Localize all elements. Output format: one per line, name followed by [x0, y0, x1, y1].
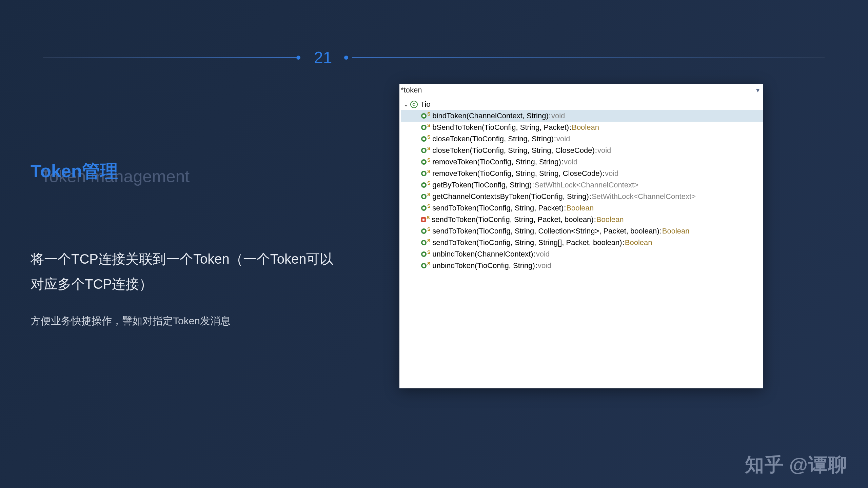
method-return-type: void — [597, 146, 611, 155]
method-signature: unbindToken(ChannelContext) — [432, 250, 533, 259]
return-separator: : — [569, 123, 571, 132]
public-method-icon — [421, 263, 427, 268]
method-return-type: void — [556, 135, 570, 143]
rule-dot-icon — [344, 56, 348, 60]
method-signature: closeToken(TioConfig, String, String) — [432, 135, 553, 143]
return-separator: : — [554, 135, 556, 143]
method-signature: sendToToken(TioConfig, String, Collectio… — [432, 227, 659, 236]
static-marker-icon: S — [427, 123, 430, 128]
static-marker-icon: S — [427, 134, 430, 140]
static-marker-icon: S — [427, 180, 430, 186]
watermark-site: 知乎 — [745, 454, 784, 475]
return-separator: : — [589, 192, 591, 201]
watermark-author: @谭聊 — [789, 454, 848, 475]
method-return-type: Boolean — [625, 238, 652, 247]
static-marker-icon: S — [427, 169, 430, 174]
rule-right — [352, 57, 825, 58]
ide-tree: ⌄ C Tio SbindToken(ChannelContext, Strin… — [399, 97, 763, 271]
public-method-icon — [421, 136, 427, 142]
ide-class-name: Tio — [420, 100, 431, 109]
class-icon: C — [410, 101, 418, 108]
public-method-icon — [421, 171, 427, 176]
static-marker-icon: S — [427, 203, 430, 209]
ide-method-row[interactable]: SsendToToken(TioConfig, String, Packet) … — [401, 202, 763, 214]
public-method-icon — [421, 205, 427, 211]
ide-method-row[interactable]: SunbindToken(TioConfig, String) : void — [401, 260, 763, 271]
ide-method-row[interactable]: SsendToToken(TioConfig, String, String[]… — [401, 237, 763, 248]
static-marker-icon: S — [427, 111, 430, 117]
return-separator: : — [549, 111, 551, 120]
return-separator: : — [534, 250, 536, 259]
method-return-type: void — [605, 169, 618, 178]
watermark: 知乎@谭聊 — [745, 452, 848, 478]
public-method-icon — [421, 113, 427, 119]
rule-left — [43, 57, 296, 58]
private-method-icon — [421, 217, 426, 222]
method-return-type: Boolean — [566, 204, 594, 212]
return-separator: : — [535, 261, 537, 270]
method-return-type: Boolean — [572, 123, 599, 132]
ide-method-row[interactable]: ScloseToken(TioConfig, String, String) :… — [401, 133, 763, 145]
ide-method-row[interactable]: SgetChannelContextsByToken(TioConfig, St… — [401, 191, 763, 202]
method-return-type: void — [564, 158, 577, 166]
slide-description: 将一个TCP连接关联到一个Token（一个Token可以对应多个TCP连接） — [31, 246, 342, 297]
ide-class-row[interactable]: ⌄ C Tio — [401, 99, 763, 110]
return-separator: : — [594, 215, 596, 224]
ide-method-row[interactable]: SremoveToken(TioConfig, String, String) … — [401, 156, 763, 168]
ide-method-row[interactable]: SsendToToken(TioConfig, String, Collecti… — [401, 225, 763, 237]
method-signature: unbindToken(TioConfig, String) — [432, 261, 535, 270]
public-method-icon — [421, 251, 427, 257]
static-marker-icon: S — [427, 249, 430, 255]
method-signature: closeToken(TioConfig, String, String, Cl… — [432, 146, 595, 155]
public-method-icon — [421, 148, 427, 153]
method-signature: sendToToken(TioConfig, String, Packet) — [432, 204, 564, 212]
ide-method-row[interactable]: SgetByToken(TioConfig, String) : SetWith… — [401, 179, 763, 191]
ide-outline-panel: *token ▾ ⌄ C Tio SbindToken(ChannelConte… — [399, 84, 763, 388]
method-return-type: Boolean — [662, 227, 690, 236]
tree-expand-icon[interactable]: ⌄ — [403, 101, 409, 108]
slide-subdescription: 方便业务快捷操作，譬如对指定Token发消息 — [31, 314, 342, 328]
return-separator: : — [623, 238, 625, 247]
title-stack: Token management Token管理 — [31, 159, 342, 184]
method-return-type: void — [551, 111, 565, 120]
static-marker-icon: S — [427, 157, 430, 163]
slide-title: Token管理 — [31, 159, 342, 184]
page-number: 21 — [314, 48, 332, 67]
public-method-icon — [421, 182, 427, 188]
method-signature: bSendToToken(TioConfig, String, Packet) — [432, 123, 569, 132]
ide-method-row[interactable]: SbSendToToken(TioConfig, String, Packet)… — [401, 122, 763, 133]
public-method-icon — [421, 228, 427, 234]
ide-search-input[interactable]: *token — [401, 86, 756, 95]
ide-method-list: SbindToken(ChannelContext, String) : voi… — [401, 110, 763, 271]
static-marker-icon: S — [427, 261, 430, 266]
static-marker-icon: S — [427, 226, 430, 232]
ide-method-row[interactable]: SunbindToken(ChannelContext) : void — [401, 248, 763, 260]
ide-method-row[interactable]: SremoveToken(TioConfig, String, String, … — [401, 168, 763, 179]
static-marker-icon: S — [427, 215, 430, 220]
header-rule: 21 — [43, 48, 825, 67]
ide-method-row[interactable]: SbindToken(ChannelContext, String) : voi… — [401, 110, 763, 122]
method-return-type: SetWithLock<ChannelContext> — [592, 192, 696, 201]
left-column: Token management Token管理 将一个TCP连接关联到一个To… — [31, 159, 342, 328]
ide-method-row[interactable]: SsendToToken(TioConfig, String, Packet, … — [401, 214, 763, 225]
dropdown-caret-icon[interactable]: ▾ — [756, 86, 760, 94]
method-return-type: void — [538, 261, 551, 270]
method-return-type: Boolean — [596, 215, 624, 224]
default-method-icon — [421, 194, 427, 199]
return-separator: : — [561, 158, 564, 166]
return-separator: : — [595, 146, 597, 155]
method-signature: bindToken(ChannelContext, String) — [432, 111, 548, 120]
method-return-type: SetWithLock<ChannelContext> — [534, 181, 638, 189]
static-marker-icon: S — [427, 146, 430, 151]
ide-method-row[interactable]: ScloseToken(TioConfig, String, String, C… — [401, 145, 763, 156]
static-marker-icon: S — [427, 192, 430, 197]
method-signature: sendToToken(TioConfig, String, Packet, b… — [432, 215, 593, 224]
return-separator: : — [603, 169, 605, 178]
method-signature: sendToToken(TioConfig, String, String[],… — [432, 238, 622, 247]
method-signature: removeToken(TioConfig, String, String) — [432, 158, 561, 166]
public-method-icon — [421, 240, 427, 245]
method-signature: getChannelContextsByToken(TioConfig, Str… — [432, 192, 589, 201]
ide-search-row[interactable]: *token ▾ — [399, 84, 763, 97]
public-method-icon — [421, 125, 427, 130]
return-separator: : — [564, 204, 566, 212]
